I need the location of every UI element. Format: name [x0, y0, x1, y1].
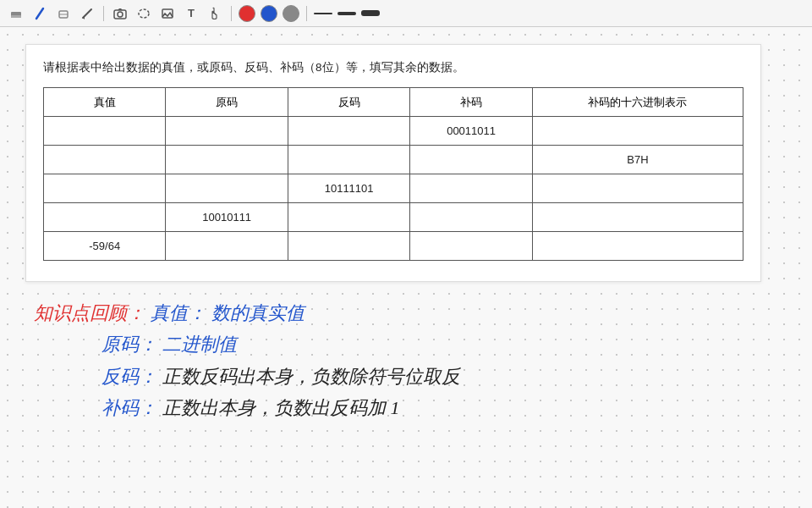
cell-zhenzhi-3 — [44, 174, 166, 203]
note-yuanma-value: 二进制值 — [162, 329, 237, 360]
cell-zhenzhi-2 — [44, 146, 166, 174]
table-row: B7H — [44, 146, 743, 174]
cell-yuanma-2 — [166, 146, 288, 174]
note-line-3: 反码： 正数反码出本身，负数除符号位取反 — [34, 361, 787, 392]
hand-tool-icon[interactable] — [206, 4, 224, 23]
pen-blue-icon[interactable] — [30, 4, 49, 23]
note-line-4: 补码： 正数出本身，负数出反码加 1 — [34, 392, 787, 423]
cell-yuanma-4: 10010111 — [166, 203, 288, 232]
note-buma-value: 正数出本身，负数出反码加 1 — [162, 392, 400, 423]
note-review-label: 知识点回顾： — [34, 297, 145, 329]
line-thin[interactable] — [314, 13, 332, 14]
table-row: 00011011 — [44, 117, 743, 146]
data-table: 真值 原码 反码 补码 补码的十六进制表示 00011011 — [43, 87, 743, 261]
cell-fanma-4 — [288, 203, 409, 232]
image-insert-icon[interactable] — [158, 4, 177, 23]
note-fanma-value: 正数反码出本身，负数除符号位取反 — [162, 361, 460, 392]
cell-hex-1 — [532, 117, 743, 146]
cell-yuanma-5 — [166, 232, 288, 261]
color-blue[interactable] — [261, 5, 277, 22]
line-thick[interactable] — [361, 10, 380, 16]
lasso-icon[interactable] — [134, 4, 153, 23]
cell-fanma-3: 10111101 — [288, 174, 409, 203]
cell-fanma-5 — [288, 232, 409, 261]
cell-hex-5 — [532, 232, 743, 261]
cell-buma-4 — [410, 203, 532, 232]
toolbar: T — [0, 0, 812, 27]
svg-marker-9 — [118, 8, 123, 10]
eraser2-icon[interactable] — [54, 4, 73, 23]
text-icon[interactable]: T — [182, 4, 200, 23]
cell-fanma-1 — [288, 117, 409, 146]
main-canvas: 请根据表中给出数据的真值，或原码、反码、补码（8位）等，填写其余的数据。 真值 … — [0, 27, 812, 508]
note-line-1: 知识点回顾： 真值： 数的真实值 — [34, 297, 787, 329]
note-line-2: 原码： 二进制值 — [34, 329, 787, 360]
table-row: -59/64 — [44, 232, 743, 261]
content-panel: 请根据表中给出数据的真值，或原码、反码、补码（8位）等，填写其余的数据。 真值 … — [25, 44, 761, 282]
cell-buma-5 — [410, 232, 532, 261]
notes-area: 知识点回顾： 真值： 数的真实值 原码： 二进制值 反码： 正数反码出本身，负数… — [25, 297, 787, 424]
svg-rect-1 — [11, 15, 21, 18]
separator1 — [103, 6, 104, 21]
color-red[interactable] — [239, 5, 255, 22]
col-header-fanma: 反码 — [288, 88, 409, 117]
col-header-buma: 补码 — [410, 88, 532, 117]
pencil-icon[interactable] — [78, 4, 96, 23]
cell-zhenzhi-5: -59/64 — [44, 232, 166, 261]
cell-buma-2 — [410, 146, 532, 174]
cell-fanma-2 — [288, 146, 409, 174]
note-fanma-label: 反码： — [102, 361, 157, 392]
separator3 — [306, 6, 307, 21]
cell-yuanma-1 — [166, 117, 288, 146]
table-row: 10111101 — [44, 174, 743, 203]
note-zhenzhi-value: 数的真实值 — [211, 297, 304, 329]
separator2 — [231, 6, 232, 21]
note-buma-label: 补码： — [102, 392, 157, 423]
cell-zhenzhi-4 — [44, 203, 166, 232]
line-medium[interactable] — [337, 12, 356, 15]
cell-hex-3 — [532, 174, 743, 203]
table-row: 10010111 — [44, 203, 743, 232]
cell-hex-4 — [532, 203, 743, 232]
color-gray[interactable] — [283, 5, 299, 22]
cell-zhenzhi-1 — [44, 117, 166, 146]
col-header-hex: 补码的十六进制表示 — [532, 88, 743, 117]
svg-point-8 — [118, 12, 123, 17]
cell-buma-3 — [410, 174, 532, 203]
cell-buma-1: 00011011 — [410, 117, 532, 146]
col-header-yuanma: 原码 — [166, 88, 288, 117]
note-zhenzhi-label: 真值： — [151, 297, 206, 329]
instruction-text: 请根据表中给出数据的真值，或原码、反码、补码（8位）等，填写其余的数据。 — [43, 60, 743, 75]
svg-point-10 — [139, 9, 149, 18]
eraser-icon[interactable] — [7, 4, 25, 23]
camera-icon[interactable] — [111, 4, 129, 23]
cell-hex-2: B7H — [532, 146, 743, 174]
cell-yuanma-3 — [166, 174, 288, 203]
col-header-zhenzhi: 真值 — [44, 88, 166, 117]
note-yuanma-label: 原码： — [102, 329, 157, 360]
svg-line-2 — [36, 8, 43, 19]
